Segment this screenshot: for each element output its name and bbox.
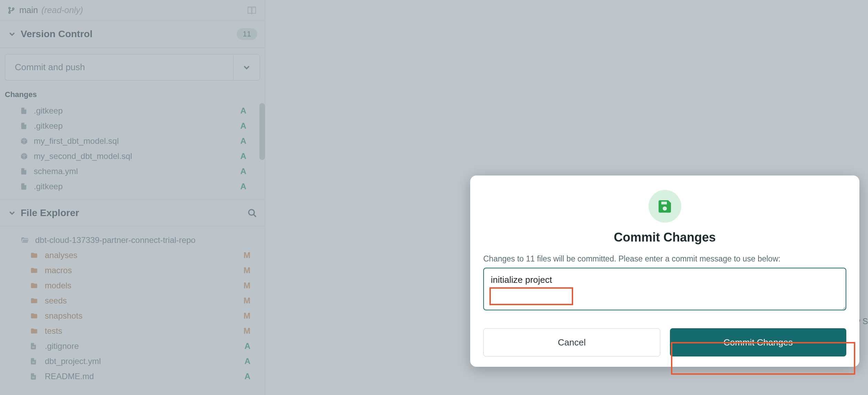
save-icon bbox=[657, 198, 673, 215]
commit-changes-modal: Commit Changes Changes to 11 files will … bbox=[470, 175, 859, 367]
cancel-button[interactable]: Cancel bbox=[483, 328, 660, 356]
save-icon-circle bbox=[649, 190, 681, 223]
commit-message-input[interactable] bbox=[483, 268, 846, 310]
modal-hint: Changes to 11 files will be committed. P… bbox=[483, 254, 846, 264]
modal-title: Commit Changes bbox=[483, 230, 846, 245]
commit-changes-button[interactable]: Commit Changes bbox=[670, 328, 846, 356]
